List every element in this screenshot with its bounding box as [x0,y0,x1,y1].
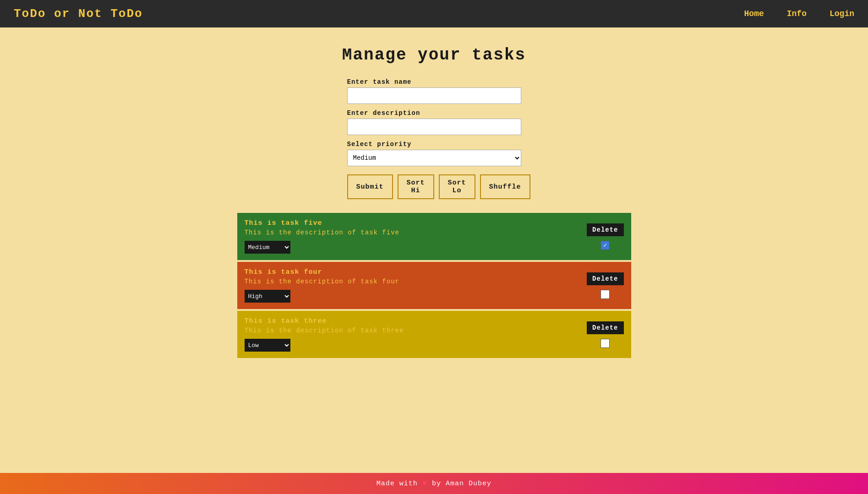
task-item-five: This is task five This is the descriptio… [237,213,631,260]
submit-button[interactable]: Submit [347,174,393,199]
description-group: Enter description [347,109,521,135]
task-name-label: Enter task name [347,78,521,86]
sort-hi-button[interactable]: Sort Hi [398,174,434,199]
main-content: Manage your tasks Enter task name Enter … [0,27,868,494]
task-five-priority[interactable]: Low Medium High [245,241,290,254]
task-list: This is task five This is the descriptio… [237,213,631,358]
home-link[interactable]: Home [744,9,764,18]
info-link[interactable]: Info [787,9,807,18]
task-four-actions: Delete [587,272,623,299]
footer-text: Made with ♥ by Aman Dubey [377,480,491,488]
task-five-name: This is task five [245,219,578,227]
sort-lo-button[interactable]: Sort Lo [439,174,475,199]
task-name-group: Enter task name [347,78,521,104]
task-three-checkbox[interactable] [601,339,610,348]
task-five-actions: Delete [587,223,623,250]
task-four-delete[interactable]: Delete [587,272,623,285]
task-three-name: This is task three [245,317,578,325]
description-input[interactable] [347,119,521,135]
task-three-description: This is the description of task three [245,327,578,334]
task-three-actions: Delete [587,321,623,348]
navbar: ToDo or Not ToDo Home Info Login [0,0,868,27]
description-label: Enter description [347,109,521,117]
task-five-checkbox[interactable] [601,241,610,250]
footer-after: by Aman Dubey [432,480,491,488]
task-four-priority[interactable]: Low Medium High [245,290,290,303]
task-four-info: This is task four This is the descriptio… [245,268,578,303]
footer-before: Made with [377,480,418,488]
task-five-delete[interactable]: Delete [587,223,623,236]
task-item-four: This is task four This is the descriptio… [237,262,631,309]
action-buttons: Submit Sort Hi Sort Lo Shuffle [347,174,521,199]
page-title: Manage your tasks [342,46,526,65]
heart-icon: ♥ [422,479,432,488]
task-item-three: This is task three This is the descripti… [237,311,631,358]
task-five-info: This is task five This is the descriptio… [245,219,578,254]
shuffle-button[interactable]: Shuffle [480,174,530,199]
task-four-description: This is the description of task four [245,278,578,285]
priority-select[interactable]: Low Medium High [347,150,521,166]
priority-group: Select priority Low Medium High [347,141,521,166]
task-five-description: This is the description of task five [245,229,578,236]
footer: Made with ♥ by Aman Dubey [0,473,868,494]
task-form: Enter task name Enter description Select… [347,78,521,199]
task-three-info: This is task three This is the descripti… [245,317,578,352]
priority-label: Select priority [347,141,521,148]
navbar-brand: ToDo or Not ToDo [14,7,744,21]
task-name-input[interactable] [347,87,521,104]
navbar-links: Home Info Login [744,9,854,18]
login-link[interactable]: Login [830,9,854,18]
task-three-priority[interactable]: Low Medium High [245,339,290,352]
task-three-delete[interactable]: Delete [587,321,623,334]
task-four-checkbox[interactable] [601,290,610,299]
task-four-name: This is task four [245,268,578,276]
